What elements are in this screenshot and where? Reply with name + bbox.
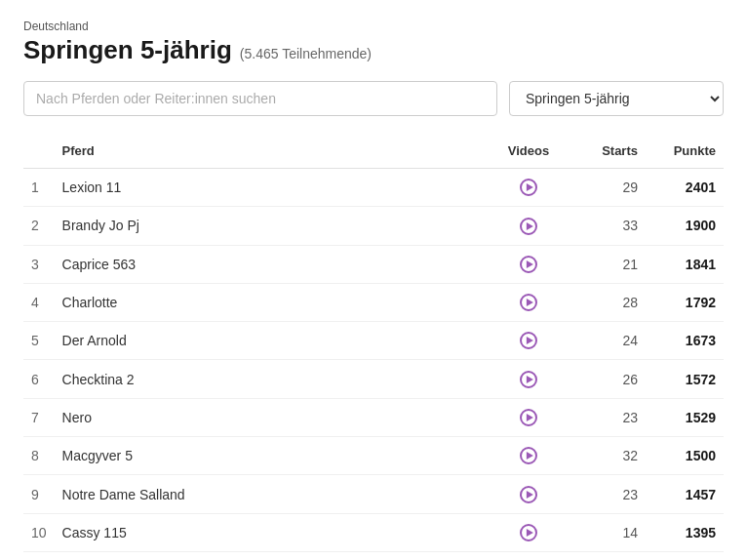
punkte-cell: 1900 — [646, 207, 724, 245]
page-title: Springen 5-jährig — [23, 35, 232, 65]
starts-cell: 32 — [568, 437, 646, 475]
table-row[interactable]: 8Macgyver 5321500 — [23, 437, 724, 475]
table-row[interactable]: 5Der Arnold241673 — [23, 322, 724, 360]
play-icon[interactable] — [520, 218, 537, 235]
video-cell[interactable] — [490, 207, 568, 245]
country-label: Deutschland — [23, 20, 724, 33]
punkte-cell: 1457 — [646, 475, 724, 513]
play-icon[interactable] — [520, 486, 537, 503]
video-cell[interactable] — [490, 360, 568, 398]
discipline-select[interactable]: Springen 5-jährig — [509, 81, 724, 116]
horse-name: Sascinora — [55, 551, 490, 560]
video-cell[interactable] — [490, 437, 568, 475]
video-cell[interactable] — [490, 245, 568, 283]
punkte-cell: 1841 — [646, 245, 724, 283]
rank-cell: 2 — [23, 207, 55, 245]
column-starts: Starts — [568, 136, 646, 169]
rank-cell: 10 — [23, 513, 55, 551]
column-videos: Videos — [490, 136, 568, 169]
horse-name: Der Arnold — [55, 322, 490, 360]
punkte-cell: 1373 — [646, 551, 724, 560]
punkte-cell: 2401 — [646, 169, 724, 207]
starts-cell: 24 — [568, 322, 646, 360]
starts-cell: 23 — [568, 475, 646, 513]
horse-name: Charlotte — [55, 283, 490, 321]
play-icon[interactable] — [520, 447, 537, 464]
search-input[interactable] — [23, 81, 497, 116]
column-punkte: Punkte — [646, 136, 724, 169]
table-row[interactable]: 1Lexion 11292401 — [23, 169, 724, 207]
play-icon[interactable] — [520, 524, 537, 541]
play-icon[interactable] — [520, 179, 537, 196]
video-cell[interactable] — [490, 475, 568, 513]
punkte-cell: 1572 — [646, 360, 724, 398]
horse-name: Macgyver 5 — [55, 437, 490, 475]
starts-cell: 26 — [568, 360, 646, 398]
horse-name: Checktina 2 — [55, 360, 490, 398]
horse-name: Brandy Jo Pj — [55, 207, 490, 245]
rank-cell: 1 — [23, 169, 55, 207]
table-row[interactable]: 4Charlotte281792 — [23, 283, 724, 321]
video-cell[interactable] — [490, 322, 568, 360]
video-cell[interactable] — [490, 283, 568, 321]
punkte-cell: 1395 — [646, 513, 724, 551]
starts-cell: 25 — [568, 551, 646, 560]
participant-count: (5.465 Teilnehmende) — [240, 46, 372, 61]
punkte-cell: 1529 — [646, 398, 724, 436]
rank-cell: 9 — [23, 475, 55, 513]
starts-cell: 28 — [568, 283, 646, 321]
table-row[interactable]: 7Nero231529 — [23, 398, 724, 436]
video-cell[interactable] — [490, 398, 568, 436]
play-icon[interactable] — [520, 256, 537, 273]
punkte-cell: 1792 — [646, 283, 724, 321]
table-row[interactable]: 6Checktina 2261572 — [23, 360, 724, 398]
video-cell[interactable] — [490, 513, 568, 551]
starts-cell: 21 — [568, 245, 646, 283]
starts-cell: 14 — [568, 513, 646, 551]
column-rank — [23, 136, 55, 169]
rank-cell: 6 — [23, 360, 55, 398]
starts-cell: 23 — [568, 398, 646, 436]
horse-name: Nero — [55, 398, 490, 436]
rank-cell: 8 — [23, 437, 55, 475]
rank-cell: 11 — [23, 551, 55, 560]
play-icon[interactable] — [520, 409, 537, 426]
rankings-table: Pferd Videos Starts Punkte 1Lexion 11292… — [23, 136, 724, 560]
rank-cell: 3 — [23, 245, 55, 283]
punkte-cell: 1673 — [646, 322, 724, 360]
table-row[interactable]: 11Sascinora251373 — [23, 551, 724, 560]
punkte-cell: 1500 — [646, 437, 724, 475]
video-cell[interactable] — [490, 169, 568, 207]
starts-cell: 29 — [568, 169, 646, 207]
horse-name: Caprice 563 — [55, 245, 490, 283]
table-row[interactable]: 2Brandy Jo Pj331900 — [23, 207, 724, 245]
video-cell[interactable] — [490, 551, 568, 560]
table-row[interactable]: 9Notre Dame Salland231457 — [23, 475, 724, 513]
play-icon[interactable] — [520, 332, 537, 349]
horse-name: Cassy 115 — [55, 513, 490, 551]
horse-name: Notre Dame Salland — [55, 475, 490, 513]
rank-cell: 5 — [23, 322, 55, 360]
rank-cell: 7 — [23, 398, 55, 436]
play-icon[interactable] — [520, 294, 537, 311]
play-icon[interactable] — [520, 371, 537, 388]
table-row[interactable]: 3Caprice 563211841 — [23, 245, 724, 283]
table-row[interactable]: 10Cassy 115141395 — [23, 513, 724, 551]
starts-cell: 33 — [568, 207, 646, 245]
rank-cell: 4 — [23, 283, 55, 321]
column-pferd: Pferd — [55, 136, 490, 169]
horse-name: Lexion 11 — [55, 169, 490, 207]
